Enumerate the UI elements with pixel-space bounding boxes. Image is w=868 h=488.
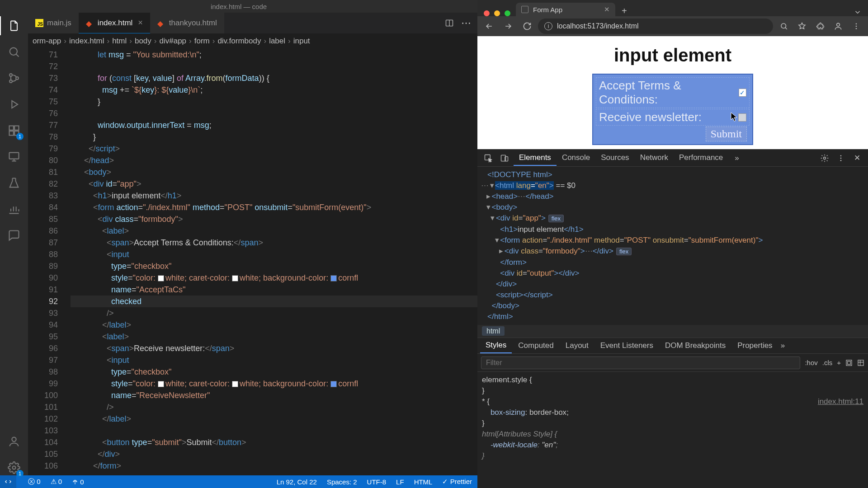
source-control-icon[interactable] bbox=[6, 70, 22, 86]
styles-filter-input[interactable] bbox=[481, 357, 800, 369]
breadcrumb-item[interactable]: body bbox=[135, 37, 151, 46]
svg-point-1 bbox=[9, 74, 12, 76]
chart-icon[interactable] bbox=[6, 202, 22, 217]
devtools-settings-icon[interactable] bbox=[817, 151, 832, 165]
cls-toggle[interactable]: .cls bbox=[822, 359, 833, 366]
forward-icon[interactable] bbox=[500, 18, 516, 34]
url-input[interactable]: i localhost:5173/index.html bbox=[538, 19, 773, 34]
newsletter-checkbox[interactable] bbox=[738, 113, 746, 122]
status-formatter[interactable]: ✓ Prettier bbox=[442, 478, 472, 486]
devtools-subtab[interactable]: Properties bbox=[732, 338, 778, 353]
status-ports[interactable]: 0 bbox=[72, 478, 84, 486]
inspect-icon[interactable] bbox=[481, 151, 495, 165]
devtools-subtab[interactable]: Layout bbox=[560, 338, 594, 353]
devtools-tab[interactable]: Elements bbox=[514, 150, 557, 166]
extensions-puzzle-icon[interactable] bbox=[812, 18, 828, 34]
accept-terms-checkbox[interactable]: ✓ bbox=[739, 89, 746, 97]
remote-indicator[interactable] bbox=[0, 475, 16, 488]
split-editor-icon[interactable] bbox=[445, 19, 454, 28]
status-encoding[interactable]: UTF-8 bbox=[367, 478, 387, 486]
device-toggle-icon[interactable] bbox=[497, 151, 512, 165]
more-subtabs-icon[interactable]: » bbox=[781, 341, 785, 350]
breadcrumb-item[interactable]: div.formbody bbox=[217, 37, 261, 46]
testing-icon[interactable] bbox=[6, 175, 22, 191]
status-warnings[interactable]: ⚠ 0 bbox=[51, 478, 62, 486]
more-icon[interactable]: ⋯ bbox=[461, 17, 472, 29]
dom-tree[interactable]: <!DOCTYPE html>⋯▾<html lang="en"> == $0 … bbox=[477, 167, 868, 325]
minimize-window-icon[interactable] bbox=[494, 10, 500, 16]
browser-tab[interactable]: Form App ✕ bbox=[516, 3, 615, 16]
chevrons-icon[interactable] bbox=[847, 8, 868, 16]
accept-terms-row[interactable]: Accept Terms & Conditions: ✓ bbox=[596, 77, 750, 108]
computed-panel-icon[interactable] bbox=[845, 359, 853, 366]
submit-button[interactable]: Submit bbox=[706, 127, 747, 141]
bookmark-icon[interactable] bbox=[794, 18, 810, 34]
window-title: index.html — code bbox=[0, 0, 477, 13]
status-errors[interactable]: ⓧ 0 bbox=[28, 478, 41, 486]
devtools-tab[interactable]: Performance bbox=[674, 150, 728, 166]
settings-gear-icon[interactable]: 1 bbox=[6, 460, 22, 475]
editor-tab[interactable]: ◆thankyou.html bbox=[150, 13, 224, 33]
new-tab-button[interactable]: + bbox=[615, 6, 633, 16]
more-tabs-icon[interactable]: » bbox=[730, 154, 743, 163]
status-lang[interactable]: HTML bbox=[414, 478, 433, 486]
svg-point-14 bbox=[856, 23, 857, 24]
breadcrumb-item[interactable]: label bbox=[269, 37, 285, 46]
close-window-icon[interactable] bbox=[484, 10, 490, 16]
breadcrumb-item[interactable]: html bbox=[112, 37, 127, 46]
svg-point-23 bbox=[840, 160, 842, 161]
menu-icon[interactable] bbox=[848, 18, 864, 34]
new-style-button[interactable]: + bbox=[837, 359, 841, 366]
zoom-icon[interactable] bbox=[776, 18, 792, 34]
devtools-menu-icon[interactable] bbox=[834, 151, 848, 165]
dom-breadcrumb[interactable]: html bbox=[477, 325, 868, 338]
code-content[interactable]: let msg = "You submitted:\n"; for (const… bbox=[71, 49, 477, 475]
devtools-subtab[interactable]: Styles bbox=[480, 338, 512, 353]
account-icon[interactable] bbox=[6, 434, 22, 449]
svg-point-15 bbox=[856, 26, 857, 27]
breadcrumbs[interactable]: orm-app›index.html›html›body›div#app›for… bbox=[28, 33, 477, 49]
site-info-icon[interactable]: i bbox=[544, 22, 552, 30]
devtools-tab[interactable]: Network bbox=[635, 150, 674, 166]
breadcrumb-item[interactable]: input bbox=[293, 37, 310, 46]
search-icon[interactable] bbox=[6, 44, 22, 60]
explorer-icon[interactable] bbox=[6, 18, 22, 33]
svg-rect-25 bbox=[848, 361, 851, 364]
devtools-subtab[interactable]: Event Listeners bbox=[595, 338, 659, 353]
browser-tabs: Form App ✕ + bbox=[477, 0, 868, 16]
status-bar: ⓧ 0 ⚠ 0 0 Ln 92, Col 22 Spaces: 2 UTF-8 … bbox=[0, 475, 477, 488]
newsletter-row[interactable]: Receive newsletter: bbox=[596, 109, 750, 126]
remote-explorer-icon[interactable] bbox=[6, 149, 22, 164]
editor-tab[interactable]: ◆index.html× bbox=[79, 13, 150, 33]
editor-area: JSmain.js◆index.html×◆thankyou.html ⋯ or… bbox=[28, 13, 477, 475]
breadcrumb-item[interactable]: form bbox=[194, 37, 210, 46]
profile-icon[interactable] bbox=[830, 18, 846, 34]
devtools-subtab[interactable]: Computed bbox=[513, 338, 559, 353]
extensions-icon[interactable]: 1 bbox=[6, 123, 22, 138]
svg-rect-26 bbox=[858, 360, 863, 366]
close-icon[interactable]: × bbox=[138, 18, 143, 28]
breadcrumb-item[interactable]: orm-app bbox=[33, 37, 61, 46]
status-cursor[interactable]: Ln 92, Col 22 bbox=[277, 478, 317, 486]
breadcrumb-item[interactable]: div#app bbox=[159, 37, 186, 46]
reload-icon[interactable] bbox=[519, 18, 535, 34]
styles-pane[interactable]: element.style {}* {index.html:11 box-siz… bbox=[477, 372, 868, 488]
hover-toggle[interactable]: :hov bbox=[805, 359, 817, 366]
status-eol[interactable]: LF bbox=[396, 478, 404, 486]
devtools-tab[interactable]: Console bbox=[557, 150, 595, 166]
devtools-subtab[interactable]: DOM Breakpoints bbox=[660, 338, 731, 353]
devtools-tab[interactable]: Sources bbox=[595, 150, 634, 166]
extensions-badge: 1 bbox=[16, 133, 24, 140]
page-heading: input element bbox=[614, 45, 731, 66]
status-spaces[interactable]: Spaces: 2 bbox=[327, 478, 357, 486]
layout-panel-icon[interactable] bbox=[857, 359, 864, 366]
zoom-window-icon[interactable] bbox=[505, 10, 510, 16]
debug-icon[interactable] bbox=[6, 97, 22, 112]
code-editor[interactable]: 7172737475767778798081828384858687888990… bbox=[28, 49, 477, 475]
comment-icon[interactable] bbox=[6, 228, 22, 243]
close-tab-icon[interactable]: ✕ bbox=[604, 5, 610, 14]
devtools-close-icon[interactable]: ✕ bbox=[850, 151, 864, 165]
back-icon[interactable] bbox=[481, 18, 497, 34]
breadcrumb-item[interactable]: index.html bbox=[69, 37, 104, 46]
editor-tab[interactable]: JSmain.js bbox=[28, 13, 79, 33]
